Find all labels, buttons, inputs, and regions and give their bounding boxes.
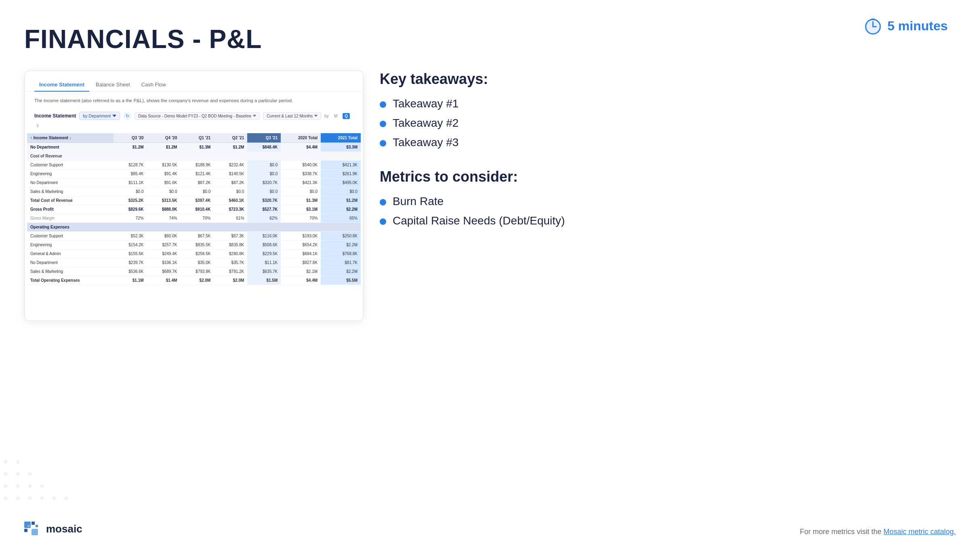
table-cell: $280.8K xyxy=(214,249,247,258)
table-cell: $85.4K xyxy=(114,170,147,178)
table-cell: 70% xyxy=(180,214,214,223)
table-cell: $249.4K xyxy=(147,249,181,258)
table-cell xyxy=(281,223,321,232)
table-cell: $1.3M xyxy=(180,143,214,152)
table-cell: $1.1M xyxy=(114,276,147,285)
table-cell: $0.0 xyxy=(114,187,147,196)
timer-text: 5 minutes xyxy=(887,19,948,34)
table-cell: $193.0K xyxy=(281,232,321,241)
table-cell: Total Operating Expenses xyxy=(27,276,114,285)
table-cell: $0.0 xyxy=(247,170,281,178)
data-source-filter[interactable]: Data Source - Demo Model FY23 - Q2 BOD M… xyxy=(135,112,260,120)
svg-rect-13 xyxy=(15,471,20,476)
takeaway-2-text: Takeaway #2 xyxy=(393,117,458,130)
table-row: Total Cost of Revenue$325.2K$313.5K$397.… xyxy=(27,196,361,205)
table-cell: Gross Profit xyxy=(27,205,114,214)
table-cell: $91.4K xyxy=(147,170,181,178)
table-cell: $111.1K xyxy=(114,178,147,187)
svg-rect-10 xyxy=(27,484,32,488)
tab-balance-sheet[interactable]: Balance Sheet xyxy=(91,78,135,92)
svg-rect-6 xyxy=(52,496,56,500)
by-department-label: by Department xyxy=(83,113,111,118)
col-header-2020-total: 2020 Total xyxy=(281,133,321,143)
table-cell xyxy=(180,152,214,161)
table-cell: $87.2K xyxy=(180,178,214,187)
table-header-row: ↑ Income Statement ↓ Q3 '20 Q4 '20 Q1 '2… xyxy=(27,133,361,143)
table-cell: $635.7K xyxy=(247,267,281,276)
table-cell: $540.0K xyxy=(281,161,321,170)
table-cell: $0.0 xyxy=(281,187,321,196)
svg-rect-8 xyxy=(3,484,8,488)
table-row: Customer Support$128.7K$130.5K$188.9K$23… xyxy=(27,161,361,170)
takeaway-1-text: Takeaway #1 xyxy=(393,97,458,110)
table-cell: $1.5M xyxy=(247,276,281,285)
tab-cash-flow[interactable]: Cash Flow xyxy=(137,78,171,92)
table-cell: Sales & Marketing xyxy=(27,187,114,196)
period-q-button[interactable]: Q xyxy=(343,113,350,119)
table-cell: $768.8K xyxy=(321,249,361,258)
table-cell: $11.1K xyxy=(247,258,281,267)
table-cell: 72% xyxy=(114,214,147,223)
table-cell: $793.8K xyxy=(180,267,214,276)
col-header-q4-20: Q4 '20 xyxy=(147,133,181,143)
col-header-2021-total: 2021 Total xyxy=(321,133,361,143)
table-cell: $155.5K xyxy=(114,249,147,258)
left-panel: Income Statement Balance Sheet Cash Flow… xyxy=(24,71,364,321)
bullet-dot-2 xyxy=(380,121,386,127)
footer-right-text: For more metrics visit the xyxy=(800,528,883,536)
table-row: No Department$111.1K$91.6K$87.2K$87.2K$3… xyxy=(27,178,361,187)
table-cell xyxy=(147,152,181,161)
table-cell: $0.0 xyxy=(214,187,247,196)
mosaic-logo: mosaic xyxy=(24,522,82,536)
table-row: Total Operating Expenses$1.1M$1.4M$2.0M$… xyxy=(27,276,361,285)
table-cell: $508.6K xyxy=(247,241,281,249)
data-source-label: Data Source - Demo Model FY23 - Q2 BOD M… xyxy=(138,114,251,118)
tabs-container: Income Statement Balance Sheet Cash Flow xyxy=(25,71,363,92)
table-cell: $848.4K xyxy=(247,143,281,152)
table-cell: $320.7K xyxy=(247,178,281,187)
table-cell: $4.4M xyxy=(281,143,321,152)
col-header-q2-21: Q2 '21 xyxy=(214,133,247,143)
table-cell: $67.5K xyxy=(180,232,214,241)
tab-income-statement[interactable]: Income Statement xyxy=(34,78,89,92)
refresh-button[interactable]: ↻ xyxy=(123,112,131,120)
table-cell: $229.5K xyxy=(247,249,281,258)
table-cell: $87.2K xyxy=(214,178,247,187)
table-cell: Operating Expenses xyxy=(27,223,114,232)
department-filter[interactable]: by Department xyxy=(79,112,120,120)
table-cell: No Department xyxy=(27,178,114,187)
table-cell: $791.2K xyxy=(214,267,247,276)
table-cell: $67.3K xyxy=(214,232,247,241)
svg-rect-19 xyxy=(24,529,27,532)
table-row: Engineering$85.4K$91.4K$121.4K$140.5K$0.… xyxy=(27,170,361,178)
period-filter[interactable]: Current & Last 12 Months xyxy=(263,112,321,120)
table-cell: $829.6K xyxy=(114,205,147,214)
table-cell: $835.8K xyxy=(214,241,247,249)
table-cell: Engineering xyxy=(27,170,114,178)
table-cell: $2.2M xyxy=(321,205,361,214)
table-cell: $421.3K xyxy=(281,178,321,187)
takeaway-2: Takeaway #2 xyxy=(380,117,654,130)
svg-rect-21 xyxy=(36,525,38,527)
table-cell xyxy=(247,223,281,232)
table-cell: $91.6K xyxy=(147,178,181,187)
table-cell: $232.4K xyxy=(214,161,247,170)
footer-link[interactable]: Mosaic metric catalog. xyxy=(883,528,956,536)
table-cell: $1.3M xyxy=(281,196,321,205)
takeaway-3-text: Takeaway #3 xyxy=(393,136,458,149)
decorative-dots xyxy=(0,416,121,517)
toolbar-label: Income Statement xyxy=(34,113,76,119)
table-cell: $121.4K xyxy=(180,170,214,178)
metric-1: Burn Rate xyxy=(380,195,654,208)
page-title: FINANCIALS - P&L xyxy=(24,24,262,54)
table-cell: $3.1M xyxy=(281,205,321,214)
table-cell: Engineering xyxy=(27,241,114,249)
table-row: Sales & Marketing$0.0$0.0$0.0$0.0$0.0$0.… xyxy=(27,187,361,196)
description-text: The income statement (also referred to a… xyxy=(25,92,363,109)
period-m-button[interactable]: M xyxy=(332,113,339,119)
period-y-button[interactable]: Y xyxy=(34,123,41,129)
takeaways-list: Takeaway #1 Takeaway #2 Takeaway #3 xyxy=(380,97,654,149)
metric-1-text: Burn Rate xyxy=(393,195,444,208)
table-wrapper: ↑ Income Statement ↓ Q3 '20 Q4 '20 Q1 '2… xyxy=(25,133,363,285)
table-cell xyxy=(114,223,147,232)
